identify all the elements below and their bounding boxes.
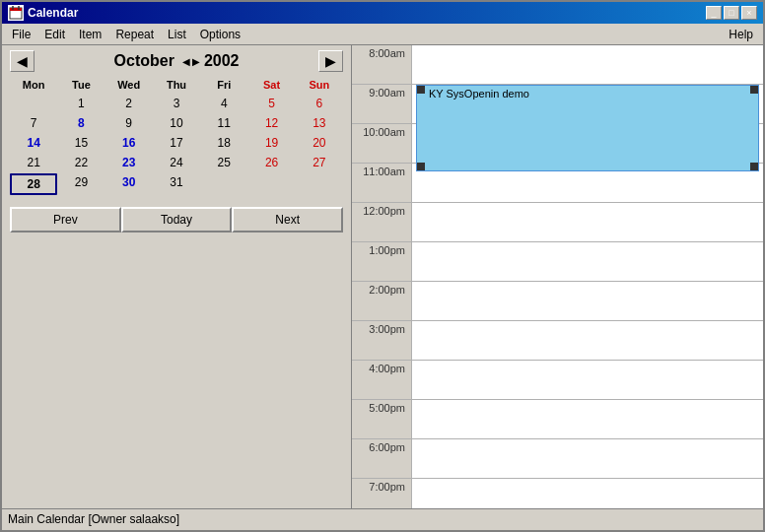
calendar-day[interactable]: 30 [105, 173, 153, 195]
time-cell[interactable] [411, 203, 763, 241]
time-cell[interactable] [411, 479, 763, 508]
calendar-day [10, 95, 57, 112]
maximize-button[interactable]: □ [724, 6, 739, 20]
menu-options[interactable]: Options [194, 26, 246, 43]
menu-edit[interactable]: Edit [38, 26, 71, 43]
time-row: 6:00pm [352, 439, 763, 479]
event-handle-top-left[interactable] [417, 86, 425, 94]
menu-repeat[interactable]: Repeat [109, 26, 160, 43]
weekday-mon: Mon [10, 77, 57, 93]
app-icon [8, 5, 24, 21]
time-cell[interactable] [411, 361, 763, 399]
calendar-day[interactable]: 29 [57, 173, 104, 195]
time-label: 10:00am [352, 124, 411, 163]
calendar-day[interactable]: 3 [153, 95, 200, 112]
calendar-day [200, 173, 247, 195]
next-button[interactable]: Next [232, 207, 343, 233]
calendar-day[interactable]: 22 [57, 154, 104, 171]
time-label: 5:00pm [352, 400, 411, 438]
next-month-button[interactable]: ▶ [318, 50, 343, 72]
time-label: 2:00pm [352, 282, 411, 320]
calendar-day[interactable]: 1 [57, 95, 104, 112]
calendar-day[interactable]: 11 [200, 114, 247, 132]
calendar-day[interactable]: 2 [105, 95, 153, 112]
prev-button[interactable]: Prev [10, 207, 121, 233]
time-row: 4:00pm [352, 361, 763, 400]
calendar-day[interactable]: 19 [247, 134, 295, 152]
calendar-day[interactable]: 25 [200, 154, 247, 171]
month-year: October ◀ ▶ 2002 [114, 52, 240, 70]
event-handle-top-right[interactable] [750, 86, 758, 94]
time-cell[interactable] [411, 45, 763, 84]
title-bar-left: Calendar [8, 5, 78, 21]
time-row: 1:00pm [352, 242, 763, 282]
calendar-day[interactable]: 13 [296, 114, 343, 132]
calendar-day[interactable]: 31 [153, 173, 200, 195]
calendar-day[interactable]: 24 [153, 154, 200, 171]
time-cell[interactable] [411, 439, 763, 478]
time-row: 8:00am [352, 45, 763, 85]
time-cell[interactable]: KY SysOpenin demo [411, 85, 763, 123]
calendar-day[interactable]: 6 [296, 95, 343, 112]
next-year-button[interactable]: ▶ [192, 56, 200, 67]
time-cell[interactable] [411, 400, 763, 438]
event-title: KY SysOpenin demo [429, 88, 529, 100]
minimize-button[interactable]: _ [706, 6, 722, 20]
menu-list[interactable]: List [162, 26, 192, 43]
time-label: 6:00pm [352, 439, 411, 478]
weekday-sun: Sun [296, 77, 343, 93]
menu-items: File Edit Item Repeat List Options [6, 26, 246, 43]
time-cell[interactable] [411, 282, 763, 320]
calendar-day[interactable]: 14 [10, 134, 57, 152]
status-bar: Main Calendar [Owner salaakso] [2, 508, 763, 530]
calendar-day[interactable]: 21 [10, 154, 57, 171]
calendar-day[interactable]: 4 [200, 95, 247, 112]
calendar-day[interactable]: 12 [247, 114, 295, 132]
calendar-day[interactable]: 28 [10, 173, 57, 195]
weekday-tue: Tue [57, 77, 104, 93]
prev-month-button[interactable]: ◀ [10, 50, 35, 72]
event-handle-bot-left[interactable] [417, 163, 425, 170]
menu-help[interactable]: Help [723, 26, 759, 43]
calendar-day[interactable]: 15 [57, 134, 104, 152]
time-label: 9:00am [352, 85, 411, 123]
time-cell[interactable] [411, 242, 763, 281]
time-label: 4:00pm [352, 361, 411, 399]
status-text: Main Calendar [Owner salaakso] [8, 512, 179, 526]
menu-item[interactable]: Item [73, 26, 107, 43]
main-content: ◀ October ◀ ▶ 2002 ▶ Mon [2, 45, 763, 508]
menu-bar: File Edit Item Repeat List Options Help [2, 24, 763, 45]
calendar-day [247, 173, 295, 195]
calendar-day[interactable]: 17 [153, 134, 200, 152]
main-window: Calendar _ □ × File Edit Item Repeat Lis… [0, 0, 765, 532]
menu-file[interactable]: File [6, 26, 36, 43]
time-cell[interactable] [411, 321, 763, 360]
time-label: 1:00pm [352, 242, 411, 281]
calendar-day [296, 173, 343, 195]
close-button[interactable]: × [741, 6, 757, 20]
calendar-day[interactable]: 16 [105, 134, 153, 152]
calendar-day[interactable]: 5 [247, 95, 295, 112]
time-row: 5:00pm [352, 400, 763, 439]
today-button[interactable]: Today [121, 207, 233, 233]
time-grid[interactable]: 8:00am9:00amKY SysOpenin demo10:00am11:0… [352, 45, 763, 508]
calendar-day[interactable]: 27 [296, 154, 343, 171]
time-row: 7:00pm [352, 479, 763, 508]
time-label: 7:00pm [352, 479, 411, 508]
prev-year-button[interactable]: ◀ [182, 56, 190, 67]
calendar-day[interactable]: 7 [10, 114, 57, 132]
calendar-day[interactable]: 20 [296, 134, 343, 152]
calendar-day[interactable]: 26 [247, 154, 295, 171]
calendar-day[interactable]: 10 [153, 114, 200, 132]
event-handle-bot-right[interactable] [750, 163, 758, 170]
year-nav: ◀ ▶ 2002 [182, 52, 240, 70]
calendar-day[interactable]: 23 [105, 154, 153, 171]
left-panel: ◀ October ◀ ▶ 2002 ▶ Mon [2, 45, 352, 508]
calendar-body: 1234567891011121314151617181920212223242… [10, 95, 343, 195]
event-block[interactable]: KY SysOpenin demo [416, 85, 759, 171]
calendar-day[interactable]: 18 [200, 134, 247, 152]
weekday-thu: Thu [153, 77, 200, 93]
calendar-header: Mon Tue Wed Thu Fri Sat Sun [10, 77, 343, 93]
calendar-day[interactable]: 9 [105, 114, 153, 132]
calendar-day[interactable]: 8 [57, 114, 104, 132]
